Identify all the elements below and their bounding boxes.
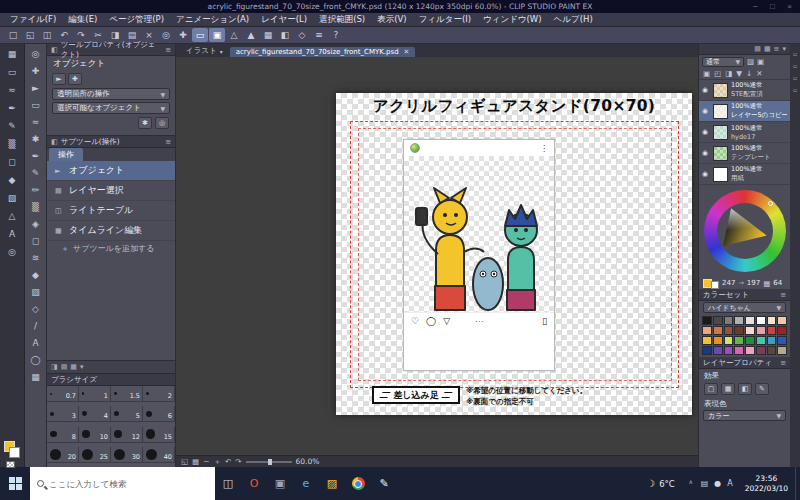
snap-special-ruler-icon[interactable]: ▲ bbox=[243, 28, 259, 42]
object-select-icon[interactable]: ► bbox=[52, 73, 66, 85]
brush-tool-icon[interactable]: ✏ bbox=[27, 183, 44, 197]
gradient-tool-icon[interactable]: ▧ bbox=[4, 191, 21, 205]
color-swatch-widget[interactable] bbox=[4, 441, 20, 461]
eraser-tool-icon[interactable]: ◻ bbox=[4, 155, 21, 169]
zoom-out-icon[interactable]: − bbox=[203, 457, 209, 467]
layer-color-effect-icon[interactable]: ◧ bbox=[738, 383, 752, 395]
zoom-in-icon[interactable]: ＋ bbox=[213, 457, 221, 467]
color-swatch[interactable] bbox=[756, 346, 766, 355]
workspace-tab[interactable]: イラスト ▾ bbox=[179, 45, 230, 57]
brush-size-cell[interactable]: 12 bbox=[111, 427, 143, 443]
zoom-slider-knob[interactable] bbox=[268, 459, 272, 465]
zoom-tool-icon[interactable]: ◎ bbox=[27, 47, 44, 61]
brush-size-cell[interactable]: 1 bbox=[79, 386, 111, 402]
sub-color-swatch[interactable] bbox=[711, 281, 719, 289]
color-swatch[interactable] bbox=[777, 316, 787, 325]
eye-icon[interactable]: ◉ bbox=[702, 107, 710, 115]
eye-icon[interactable]: ◉ bbox=[702, 86, 710, 94]
material-icon[interactable]: ◇ bbox=[294, 28, 310, 42]
border-effect-icon[interactable]: ▢ bbox=[704, 383, 718, 395]
menu-item[interactable]: 編集(E) bbox=[62, 14, 103, 26]
open-file-icon[interactable]: ◱ bbox=[22, 28, 38, 42]
brush-size-cell[interactable]: 5 bbox=[111, 406, 143, 422]
ime-indicator[interactable]: A bbox=[727, 479, 732, 488]
operation-tool-icon[interactable]: ► bbox=[27, 81, 44, 95]
brush-size-cell[interactable]: 40 bbox=[143, 447, 175, 463]
brush-size-cell[interactable]: 3 bbox=[47, 406, 79, 422]
menu-item[interactable]: ページ管理(P) bbox=[103, 14, 170, 26]
sub-tool-item[interactable]: ▤ レイヤー選択 bbox=[47, 181, 175, 201]
color-swatch[interactable] bbox=[734, 316, 744, 325]
dock-tab-icon-1[interactable]: ▫ bbox=[793, 50, 797, 57]
fill-tool-icon[interactable]: ◆ bbox=[4, 173, 21, 187]
palette-grid-icon[interactable]: ▦ bbox=[764, 45, 771, 53]
color-swatch[interactable] bbox=[756, 326, 766, 335]
text-tool-icon[interactable]: A bbox=[4, 227, 21, 241]
brush-size-cell[interactable]: 1.5 bbox=[111, 386, 143, 402]
brush-size-cell[interactable]: 20 bbox=[47, 447, 79, 463]
dock-tab-icon-2[interactable]: ▫ bbox=[793, 62, 797, 69]
palette-list-icon[interactable]: ≡ bbox=[774, 45, 780, 53]
help-icon[interactable]: ? bbox=[328, 28, 344, 42]
show-desktop-button[interactable] bbox=[795, 467, 800, 500]
color-swatch[interactable] bbox=[745, 336, 755, 345]
balloon-tool-icon[interactable]: ◯ bbox=[27, 353, 44, 367]
timeline-icon[interactable]: ≡ bbox=[311, 28, 327, 42]
wand-settings-icon[interactable]: ✱ bbox=[138, 117, 152, 129]
move-tool-icon[interactable]: ✚ bbox=[27, 64, 44, 78]
brush-size-cell[interactable]: 25 bbox=[79, 447, 111, 463]
tray-expand-icon[interactable]: ＾ bbox=[687, 478, 695, 489]
palette-menu-icon[interactable]: ▾ bbox=[782, 45, 786, 53]
opacity-icon[interactable]: ▨ bbox=[747, 57, 754, 66]
new-folder-icon[interactable]: ◰ bbox=[714, 69, 721, 78]
pen-tool-icon[interactable]: ✒ bbox=[4, 101, 21, 115]
airbrush-tool-icon[interactable]: ▒ bbox=[27, 200, 44, 214]
color-swatch[interactable] bbox=[702, 336, 712, 345]
transparent-color-swatch[interactable] bbox=[6, 461, 15, 468]
color-swatch[interactable] bbox=[756, 316, 766, 325]
color-swatch[interactable] bbox=[745, 316, 755, 325]
color-swatch[interactable] bbox=[734, 336, 744, 345]
panel-menu-icon[interactable]: ≡ bbox=[780, 359, 786, 367]
explorer-icon[interactable]: ▨ bbox=[319, 467, 345, 500]
save-icon[interactable]: ◫ bbox=[39, 28, 55, 42]
draft-effect-icon[interactable]: ✎ bbox=[755, 383, 769, 395]
layer-row[interactable]: ◉ 100%通常 STE配置済 bbox=[699, 80, 790, 101]
brush-preset-icon[interactable]: ◨ bbox=[51, 363, 58, 371]
color-set-dropdown[interactable]: ハイドちゃん ▼ bbox=[703, 302, 786, 313]
object-move-icon[interactable]: ✚ bbox=[68, 73, 82, 85]
taskbar-search[interactable] bbox=[30, 467, 215, 500]
new-file-icon[interactable]: □ bbox=[5, 28, 21, 42]
task-view-button[interactable]: ◫ bbox=[215, 467, 241, 500]
canvas-viewport[interactable]: アクリルフィギュアスタンド(70×70) ⋮ bbox=[176, 57, 698, 455]
snap-ruler-icon[interactable]: △ bbox=[226, 28, 242, 42]
brush-size-cell[interactable]: 15 bbox=[143, 427, 175, 443]
color-swatch[interactable] bbox=[713, 346, 723, 355]
color-swatch[interactable] bbox=[745, 326, 755, 335]
eraser-tool-icon[interactable]: ◻ bbox=[27, 234, 44, 248]
edge-icon[interactable]: e bbox=[293, 467, 319, 500]
tool-property-dropdown[interactable]: 選択可能なオブジェクト ▼ bbox=[52, 102, 170, 114]
frame-tool-icon[interactable]: ▦ bbox=[27, 370, 44, 384]
opera-icon[interactable]: O bbox=[241, 467, 267, 500]
layer-row[interactable]: ◉ 100%通常 レイヤー5のコピー bbox=[699, 101, 790, 122]
panel-menu-icon[interactable]: ≡ bbox=[780, 291, 786, 299]
sub-tool-tab[interactable]: 操作 bbox=[49, 148, 83, 161]
menu-item[interactable]: 表示(V) bbox=[371, 14, 412, 26]
color-swatch[interactable] bbox=[767, 326, 777, 335]
brush-grid-icon[interactable]: ▦ bbox=[70, 363, 77, 371]
brush-size-cell[interactable]: 8 bbox=[47, 427, 79, 443]
color-swatch[interactable] bbox=[724, 336, 734, 345]
color-swatch[interactable] bbox=[713, 316, 723, 325]
rotate-right-icon[interactable]: ↷ bbox=[235, 457, 241, 467]
pencil-tool-icon[interactable]: ✎ bbox=[4, 119, 21, 133]
chrome-icon[interactable] bbox=[345, 467, 371, 500]
color-swatch[interactable] bbox=[702, 316, 712, 325]
close-tab-icon[interactable]: ✕ bbox=[404, 48, 410, 56]
menu-item[interactable]: フィルター(I) bbox=[413, 14, 477, 26]
merge-down-icon[interactable]: ▼ bbox=[736, 69, 742, 78]
lock-icon[interactable]: ▣ bbox=[757, 57, 764, 66]
document-canvas[interactable]: アクリルフィギュアスタンド(70×70) ⋮ bbox=[336, 93, 692, 415]
menu-item[interactable]: ヘルプ(H) bbox=[548, 14, 599, 26]
blend-mode-dropdown[interactable]: 通常 ▼ bbox=[702, 57, 744, 67]
